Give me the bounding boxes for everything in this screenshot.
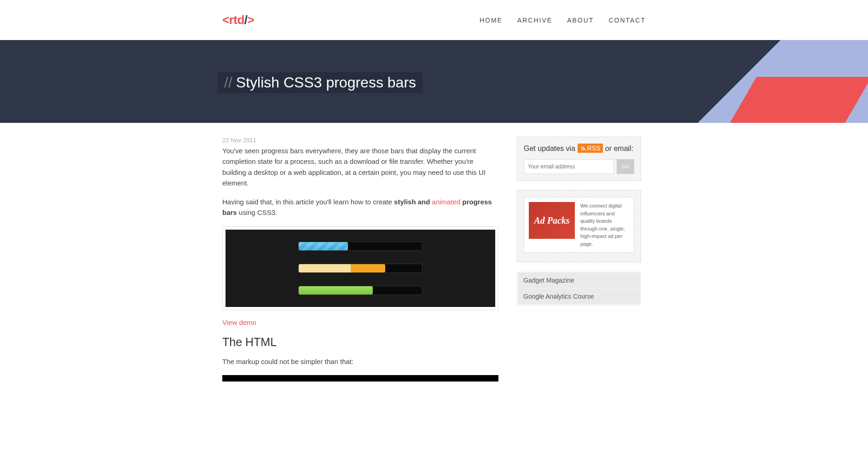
header: <rtd/> HOME ARCHIVE ABOUT CONTACT: [0, 0, 868, 40]
code-block: [222, 375, 498, 382]
progress-bar-blue: [298, 242, 422, 251]
sidebar-link-gadget[interactable]: Gadget Magazine: [518, 272, 640, 289]
logo-text: rtd: [229, 13, 244, 27]
subscribe-widget: Get updates via RSS or email: GO: [517, 137, 641, 181]
main-nav: HOME ARCHIVE ABOUT CONTACT: [480, 17, 646, 24]
nav-archive[interactable]: ARCHIVE: [517, 17, 552, 24]
links-widget: Gadget Magazine Google Analytics Course: [517, 272, 641, 306]
nav-contact[interactable]: CONTACT: [608, 17, 646, 24]
section-heading-html: The HTML: [222, 335, 498, 349]
subscribe-heading: Get updates via RSS or email:: [524, 144, 634, 153]
email-input[interactable]: [524, 159, 614, 174]
article-date: 22 Nov 2011: [222, 137, 498, 144]
title-text: Stylish CSS3 progress bars: [236, 74, 416, 91]
demo-image: [222, 226, 498, 310]
view-demo-link[interactable]: View demo: [222, 318, 256, 326]
title-slashes: //: [224, 74, 232, 91]
go-button[interactable]: GO: [617, 159, 634, 174]
nav-about[interactable]: ABOUT: [567, 17, 594, 24]
rss-badge[interactable]: RSS: [578, 144, 603, 153]
intro-paragraph-1: You've seen progress bars everywhere, th…: [222, 145, 498, 188]
logo[interactable]: <rtd/>: [222, 13, 254, 27]
rss-icon: [580, 145, 586, 151]
sidebar-link-analytics[interactable]: Google Analytics Course: [518, 289, 640, 305]
ad-text: We connect digital influencers and quali…: [580, 202, 629, 248]
progress-bar-green: [298, 286, 422, 295]
logo-close: >: [248, 13, 255, 27]
progress-bar-orange: [298, 264, 422, 273]
intro-paragraph-2: Having said that, in this article you'll…: [222, 197, 498, 218]
ad-image: Ad Packs: [529, 202, 575, 239]
article-content: 22 Nov 2011 You've seen progress bars ev…: [222, 137, 498, 382]
ad-widget[interactable]: Ad Packs We connect digital influencers …: [524, 197, 634, 253]
logo-open: <: [222, 13, 229, 27]
ad-widget-wrapper: Ad Packs We connect digital influencers …: [517, 190, 641, 262]
logo-slash: /: [244, 13, 248, 27]
sidebar: Get updates via RSS or email: GO Ad Pack…: [517, 137, 641, 382]
hero-shapes: [434, 40, 868, 123]
html-paragraph: The markup could not be simpler than tha…: [222, 356, 498, 367]
animated-link[interactable]: animated: [432, 198, 461, 206]
page-title: //Stylish CSS3 progress bars: [218, 72, 422, 93]
hero-banner: //Stylish CSS3 progress bars: [0, 40, 868, 123]
nav-home[interactable]: HOME: [480, 17, 503, 24]
